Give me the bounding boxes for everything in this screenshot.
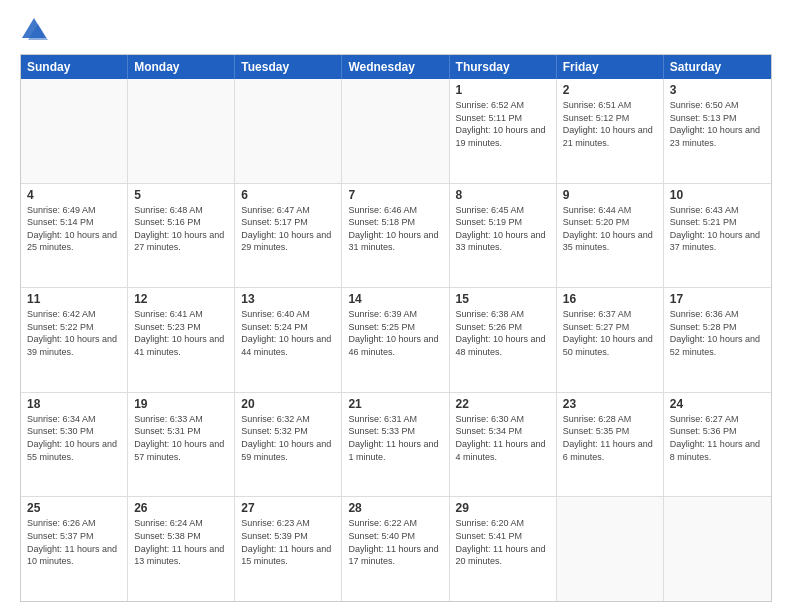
cell-info: Sunrise: 6:51 AM Sunset: 5:12 PM Dayligh… — [563, 99, 657, 149]
day-header-tuesday: Tuesday — [235, 55, 342, 79]
day-cell-12: 12Sunrise: 6:41 AM Sunset: 5:23 PM Dayli… — [128, 288, 235, 392]
day-number: 13 — [241, 292, 335, 306]
day-number: 23 — [563, 397, 657, 411]
cell-info: Sunrise: 6:46 AM Sunset: 5:18 PM Dayligh… — [348, 204, 442, 254]
day-number: 21 — [348, 397, 442, 411]
empty-cell — [128, 79, 235, 183]
day-cell-7: 7Sunrise: 6:46 AM Sunset: 5:18 PM Daylig… — [342, 184, 449, 288]
cell-info: Sunrise: 6:36 AM Sunset: 5:28 PM Dayligh… — [670, 308, 765, 358]
day-cell-27: 27Sunrise: 6:23 AM Sunset: 5:39 PM Dayli… — [235, 497, 342, 601]
cell-info: Sunrise: 6:42 AM Sunset: 5:22 PM Dayligh… — [27, 308, 121, 358]
day-cell-20: 20Sunrise: 6:32 AM Sunset: 5:32 PM Dayli… — [235, 393, 342, 497]
day-number: 19 — [134, 397, 228, 411]
cell-info: Sunrise: 6:27 AM Sunset: 5:36 PM Dayligh… — [670, 413, 765, 463]
cell-info: Sunrise: 6:37 AM Sunset: 5:27 PM Dayligh… — [563, 308, 657, 358]
day-number: 17 — [670, 292, 765, 306]
cell-info: Sunrise: 6:52 AM Sunset: 5:11 PM Dayligh… — [456, 99, 550, 149]
day-number: 3 — [670, 83, 765, 97]
day-cell-15: 15Sunrise: 6:38 AM Sunset: 5:26 PM Dayli… — [450, 288, 557, 392]
day-number: 27 — [241, 501, 335, 515]
cell-info: Sunrise: 6:43 AM Sunset: 5:21 PM Dayligh… — [670, 204, 765, 254]
day-cell-26: 26Sunrise: 6:24 AM Sunset: 5:38 PM Dayli… — [128, 497, 235, 601]
cell-info: Sunrise: 6:31 AM Sunset: 5:33 PM Dayligh… — [348, 413, 442, 463]
day-cell-14: 14Sunrise: 6:39 AM Sunset: 5:25 PM Dayli… — [342, 288, 449, 392]
cell-info: Sunrise: 6:32 AM Sunset: 5:32 PM Dayligh… — [241, 413, 335, 463]
cell-info: Sunrise: 6:38 AM Sunset: 5:26 PM Dayligh… — [456, 308, 550, 358]
cell-info: Sunrise: 6:39 AM Sunset: 5:25 PM Dayligh… — [348, 308, 442, 358]
day-number: 1 — [456, 83, 550, 97]
day-cell-5: 5Sunrise: 6:48 AM Sunset: 5:16 PM Daylig… — [128, 184, 235, 288]
empty-cell — [342, 79, 449, 183]
day-cell-9: 9Sunrise: 6:44 AM Sunset: 5:20 PM Daylig… — [557, 184, 664, 288]
day-number: 6 — [241, 188, 335, 202]
empty-cell — [557, 497, 664, 601]
cell-info: Sunrise: 6:40 AM Sunset: 5:24 PM Dayligh… — [241, 308, 335, 358]
day-cell-18: 18Sunrise: 6:34 AM Sunset: 5:30 PM Dayli… — [21, 393, 128, 497]
day-number: 22 — [456, 397, 550, 411]
day-cell-29: 29Sunrise: 6:20 AM Sunset: 5:41 PM Dayli… — [450, 497, 557, 601]
day-cell-23: 23Sunrise: 6:28 AM Sunset: 5:35 PM Dayli… — [557, 393, 664, 497]
calendar-row-4: 18Sunrise: 6:34 AM Sunset: 5:30 PM Dayli… — [21, 393, 771, 498]
day-cell-17: 17Sunrise: 6:36 AM Sunset: 5:28 PM Dayli… — [664, 288, 771, 392]
day-number: 7 — [348, 188, 442, 202]
day-cell-1: 1Sunrise: 6:52 AM Sunset: 5:11 PM Daylig… — [450, 79, 557, 183]
header — [20, 16, 772, 44]
day-number: 18 — [27, 397, 121, 411]
cell-info: Sunrise: 6:34 AM Sunset: 5:30 PM Dayligh… — [27, 413, 121, 463]
day-number: 10 — [670, 188, 765, 202]
day-number: 2 — [563, 83, 657, 97]
calendar-row-3: 11Sunrise: 6:42 AM Sunset: 5:22 PM Dayli… — [21, 288, 771, 393]
cell-info: Sunrise: 6:49 AM Sunset: 5:14 PM Dayligh… — [27, 204, 121, 254]
calendar-row-5: 25Sunrise: 6:26 AM Sunset: 5:37 PM Dayli… — [21, 497, 771, 601]
day-number: 11 — [27, 292, 121, 306]
day-header-monday: Monday — [128, 55, 235, 79]
day-number: 14 — [348, 292, 442, 306]
calendar-header-row: SundayMondayTuesdayWednesdayThursdayFrid… — [21, 55, 771, 79]
day-cell-19: 19Sunrise: 6:33 AM Sunset: 5:31 PM Dayli… — [128, 393, 235, 497]
day-cell-16: 16Sunrise: 6:37 AM Sunset: 5:27 PM Dayli… — [557, 288, 664, 392]
day-number: 26 — [134, 501, 228, 515]
cell-info: Sunrise: 6:50 AM Sunset: 5:13 PM Dayligh… — [670, 99, 765, 149]
day-cell-22: 22Sunrise: 6:30 AM Sunset: 5:34 PM Dayli… — [450, 393, 557, 497]
cell-info: Sunrise: 6:23 AM Sunset: 5:39 PM Dayligh… — [241, 517, 335, 567]
cell-info: Sunrise: 6:28 AM Sunset: 5:35 PM Dayligh… — [563, 413, 657, 463]
day-cell-24: 24Sunrise: 6:27 AM Sunset: 5:36 PM Dayli… — [664, 393, 771, 497]
day-number: 12 — [134, 292, 228, 306]
day-number: 9 — [563, 188, 657, 202]
day-cell-28: 28Sunrise: 6:22 AM Sunset: 5:40 PM Dayli… — [342, 497, 449, 601]
day-header-sunday: Sunday — [21, 55, 128, 79]
day-cell-4: 4Sunrise: 6:49 AM Sunset: 5:14 PM Daylig… — [21, 184, 128, 288]
cell-info: Sunrise: 6:22 AM Sunset: 5:40 PM Dayligh… — [348, 517, 442, 567]
cell-info: Sunrise: 6:45 AM Sunset: 5:19 PM Dayligh… — [456, 204, 550, 254]
day-number: 8 — [456, 188, 550, 202]
calendar: SundayMondayTuesdayWednesdayThursdayFrid… — [20, 54, 772, 602]
cell-info: Sunrise: 6:26 AM Sunset: 5:37 PM Dayligh… — [27, 517, 121, 567]
day-header-wednesday: Wednesday — [342, 55, 449, 79]
empty-cell — [664, 497, 771, 601]
day-header-thursday: Thursday — [450, 55, 557, 79]
day-cell-21: 21Sunrise: 6:31 AM Sunset: 5:33 PM Dayli… — [342, 393, 449, 497]
day-number: 25 — [27, 501, 121, 515]
calendar-row-1: 1Sunrise: 6:52 AM Sunset: 5:11 PM Daylig… — [21, 79, 771, 184]
day-number: 16 — [563, 292, 657, 306]
day-cell-13: 13Sunrise: 6:40 AM Sunset: 5:24 PM Dayli… — [235, 288, 342, 392]
cell-info: Sunrise: 6:47 AM Sunset: 5:17 PM Dayligh… — [241, 204, 335, 254]
logo-icon — [20, 16, 48, 44]
day-cell-6: 6Sunrise: 6:47 AM Sunset: 5:17 PM Daylig… — [235, 184, 342, 288]
calendar-body: 1Sunrise: 6:52 AM Sunset: 5:11 PM Daylig… — [21, 79, 771, 601]
day-number: 4 — [27, 188, 121, 202]
day-cell-2: 2Sunrise: 6:51 AM Sunset: 5:12 PM Daylig… — [557, 79, 664, 183]
day-cell-25: 25Sunrise: 6:26 AM Sunset: 5:37 PM Dayli… — [21, 497, 128, 601]
empty-cell — [21, 79, 128, 183]
page: SundayMondayTuesdayWednesdayThursdayFrid… — [0, 0, 792, 612]
day-number: 5 — [134, 188, 228, 202]
day-number: 15 — [456, 292, 550, 306]
empty-cell — [235, 79, 342, 183]
day-number: 28 — [348, 501, 442, 515]
cell-info: Sunrise: 6:44 AM Sunset: 5:20 PM Dayligh… — [563, 204, 657, 254]
cell-info: Sunrise: 6:20 AM Sunset: 5:41 PM Dayligh… — [456, 517, 550, 567]
cell-info: Sunrise: 6:24 AM Sunset: 5:38 PM Dayligh… — [134, 517, 228, 567]
day-cell-11: 11Sunrise: 6:42 AM Sunset: 5:22 PM Dayli… — [21, 288, 128, 392]
day-number: 24 — [670, 397, 765, 411]
cell-info: Sunrise: 6:48 AM Sunset: 5:16 PM Dayligh… — [134, 204, 228, 254]
